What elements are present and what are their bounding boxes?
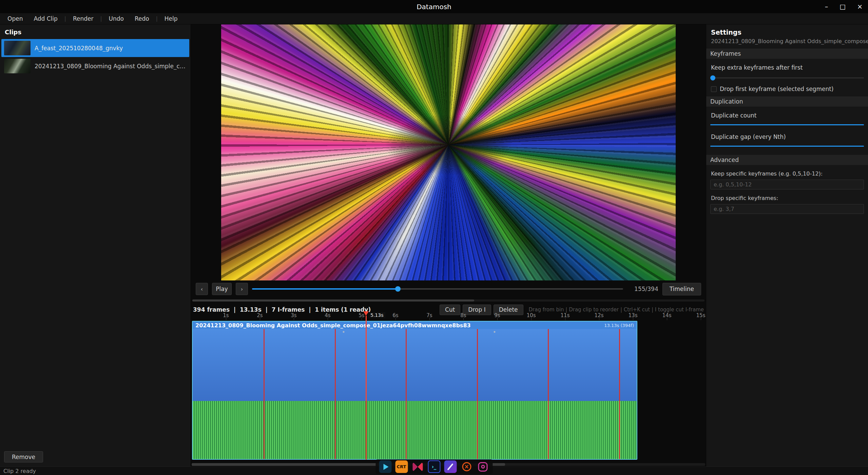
- menu-item-undo[interactable]: Undo: [103, 14, 129, 23]
- ruler-label: 8s: [460, 312, 466, 318]
- duplicate-count-slider-fill: [710, 124, 864, 125]
- clip-list: A_feast_202510280048_gnvky20241213_0809_…: [0, 39, 191, 75]
- marker-dot: [343, 331, 345, 333]
- ruler-label: 2s: [257, 312, 263, 318]
- iframe-marker[interactable]: [264, 329, 265, 459]
- clip-thumbnail: [4, 41, 31, 55]
- drop-first-checkbox[interactable]: [711, 86, 717, 92]
- timeline-clip-name: 20241213_0809_Blooming Against Odds_simp…: [195, 322, 471, 329]
- clip-list-item[interactable]: A_feast_202510280048_gnvky: [1, 39, 189, 57]
- playhead-triangle[interactable]: [363, 311, 369, 316]
- remove-clip-button[interactable]: Remove: [4, 451, 43, 462]
- menu-item-open[interactable]: Open: [2, 14, 28, 23]
- seek-track: [252, 288, 623, 290]
- close-button[interactable]: ×: [857, 3, 863, 10]
- notes-slash: [447, 463, 453, 470]
- menu-separator: |: [99, 16, 103, 22]
- duplicate-count-slider[interactable]: [710, 124, 864, 125]
- ruler-label: 4s: [325, 312, 330, 318]
- seek-handle[interactable]: [395, 286, 401, 292]
- butterfly-shape: [413, 463, 423, 471]
- settings-panel: Settings 20241213_0809_Blooming Against …: [706, 24, 868, 467]
- iframe-marker[interactable]: [619, 329, 620, 459]
- seek-slider[interactable]: [252, 282, 623, 296]
- ruler-label: 7s: [426, 312, 432, 318]
- terminal-icon[interactable]: ›_: [428, 460, 440, 473]
- preview-scrollbar[interactable]: [192, 299, 705, 302]
- iframe-marker[interactable]: [477, 329, 478, 459]
- ruler-label: 14s: [662, 312, 672, 318]
- play-button[interactable]: Play: [212, 283, 232, 295]
- status-text: Clip 2 ready: [3, 468, 36, 474]
- drop-first-row[interactable]: Drop first keyframe (selected segment): [711, 86, 863, 92]
- menu-item-help[interactable]: Help: [159, 14, 183, 23]
- menu-item-render[interactable]: Render: [67, 14, 99, 23]
- timeline-clip[interactable]: 20241213_0809_Blooming Against Odds_simp…: [192, 321, 637, 460]
- duplicate-gap-slider-fill: [710, 146, 864, 147]
- drop-specific-input[interactable]: [710, 204, 864, 214]
- clip-label: A_feast_202510280048_gnvky: [35, 45, 123, 52]
- ruler-label: 9s: [494, 312, 500, 318]
- main-area: ‹ Play › 155/394 Timeline 394 frames | 1…: [191, 24, 706, 467]
- keep-specific-input[interactable]: [710, 180, 864, 189]
- drop-first-label: Drop first keyframe (selected segment): [720, 86, 834, 92]
- keep-extra-label: Keep extra keyframes after first: [711, 64, 863, 71]
- keep-extra-slider-track: [710, 77, 864, 78]
- title-bar: Datamosh – □ ×: [0, 0, 868, 13]
- ruler-label: 3s: [291, 312, 296, 318]
- window-controls: – □ ×: [825, 0, 863, 13]
- clip-frame-bars: [193, 401, 637, 459]
- marker-dot: [494, 331, 496, 333]
- media-player-icon[interactable]: [379, 460, 391, 473]
- iframe-marker[interactable]: [548, 329, 549, 459]
- settings-title: Settings: [706, 24, 868, 36]
- crt-icon[interactable]: CRT: [395, 460, 408, 473]
- terminal-glyph: ›_: [432, 464, 437, 470]
- menu-item-redo[interactable]: Redo: [129, 14, 155, 23]
- clip-frames-region: [193, 329, 637, 401]
- camera-icon[interactable]: [477, 460, 489, 473]
- duplicate-gap-slider[interactable]: [710, 146, 864, 147]
- minimize-button[interactable]: –: [825, 3, 828, 10]
- clips-panel-title: Clips: [0, 24, 191, 39]
- notes-icon[interactable]: [444, 460, 457, 473]
- playback-controls: ‹ Play › 155/394 Timeline: [191, 281, 706, 297]
- step-back-button[interactable]: ‹: [196, 283, 208, 295]
- cancel-icon[interactable]: ×: [460, 460, 473, 473]
- seek-fill: [252, 288, 398, 290]
- taskbar-dock: CRT ›_ ×: [375, 459, 493, 474]
- ruler-label: 1s: [223, 312, 229, 318]
- clip-thumbnail: [4, 59, 31, 73]
- keep-extra-slider-handle[interactable]: [710, 75, 715, 80]
- ruler-label: 12s: [595, 312, 604, 318]
- clip-label: 20241213_0809_Blooming Against Odds_simp…: [35, 63, 187, 70]
- timeline-button[interactable]: Timeline: [662, 283, 701, 295]
- clips-panel: Clips A_feast_202510280048_gnvky20241213…: [0, 24, 191, 467]
- butterfly-icon[interactable]: [411, 460, 424, 473]
- section-keyframes: Keyframes: [706, 49, 868, 59]
- step-forward-button[interactable]: ›: [236, 283, 248, 295]
- preview-area: [221, 24, 676, 280]
- play-triangle-icon: [383, 464, 388, 470]
- clip-list-item[interactable]: 20241213_0809_Blooming Against Odds_simp…: [1, 57, 189, 75]
- playhead-line[interactable]: [366, 316, 367, 460]
- keep-extra-slider[interactable]: [710, 75, 864, 81]
- timeline-clip-body: [193, 329, 637, 459]
- frame-counter: 155/394: [627, 286, 658, 292]
- cancel-ring: ×: [462, 462, 471, 471]
- iframe-marker[interactable]: [335, 329, 336, 459]
- ruler-label: 11s: [561, 312, 570, 318]
- maximize-button[interactable]: □: [840, 3, 846, 10]
- menu-bar: OpenAdd Clip|Render|UndoRedo|Help: [0, 13, 868, 24]
- camera-frame: [478, 462, 488, 472]
- drop-specific-label: Drop specific keyframes:: [711, 195, 863, 201]
- section-duplication: Duplication: [706, 96, 868, 107]
- scrollbar-handle[interactable]: [192, 299, 474, 302]
- menu-item-add-clip[interactable]: Add Clip: [28, 14, 63, 23]
- duplicate-gap-label: Duplicate gap (every Nth): [711, 133, 863, 140]
- iframe-marker[interactable]: [406, 329, 407, 459]
- menu-separator: |: [63, 16, 67, 22]
- timeline-ruler[interactable]: 5.13s 1s2s3s4s5s6s7s8s9s10s11s12s13s14s1…: [191, 311, 706, 320]
- keep-specific-label: Keep specific keyframes (e.g. 0,5,10-12)…: [711, 170, 863, 177]
- app-window: Datamosh – □ × OpenAdd Clip|Render|UndoR…: [0, 0, 868, 475]
